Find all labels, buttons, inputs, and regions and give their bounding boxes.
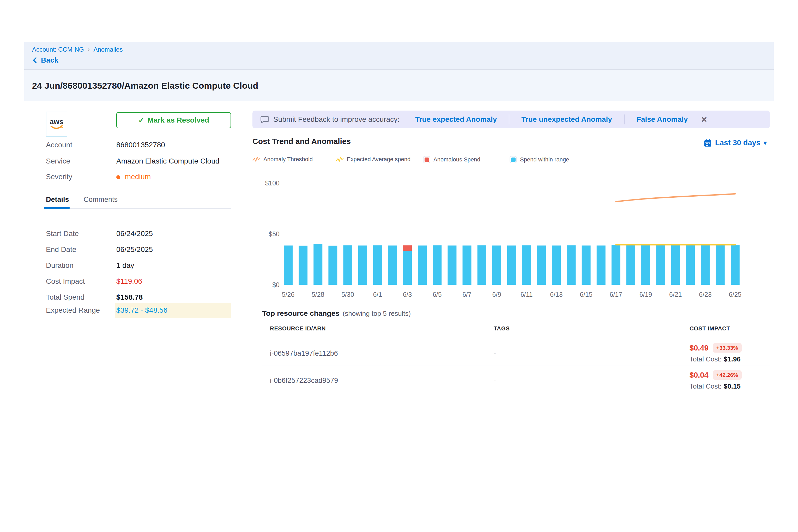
chevron-down-icon: ▾ [764, 139, 767, 147]
svg-text:6/15: 6/15 [580, 291, 592, 298]
back-button[interactable]: Back [32, 56, 766, 64]
chevron-left-icon [32, 56, 38, 64]
tab-divider [44, 208, 231, 209]
feedback-prompt: Submit Feedback to improve accuracy: [273, 115, 400, 124]
cost-impact-label: Cost Impact [46, 277, 116, 286]
page-title: 24 Jun/868001352780/Amazon Elastic Compu… [32, 81, 258, 91]
duration-value: 1 day [116, 261, 134, 270]
total-cost-label: Total Cost: [689, 382, 722, 390]
mark-as-resolved-button[interactable]: ✓ Mark as Resolved [116, 112, 231, 128]
expected-range-label: Expected Range [46, 306, 116, 315]
end-date-value: 06/25/2025 [116, 245, 153, 254]
tab-comments[interactable]: Comments [84, 195, 118, 205]
column-tags: TAGS [494, 325, 510, 332]
table-row-resource-id[interactable]: i-0b6f257223cad9579 [270, 377, 338, 385]
svg-text:6/11: 6/11 [520, 291, 533, 298]
detail-row-total-spend: Total Spend $158.78 [46, 292, 142, 303]
duration-label: Duration [46, 261, 116, 270]
field-row-service: Service Amazon Elastic Compute Cloud [46, 156, 219, 166]
calendar-icon [704, 139, 712, 147]
legend-spend-within-range: Spend within range [510, 156, 569, 163]
provider-logo-card: aws [46, 112, 67, 137]
feedback-divider [509, 114, 509, 125]
table-row-total-cost: Total Cost:$1.96 [689, 355, 741, 363]
legend-anomaly-threshold: Anomaly Threshold [252, 156, 313, 163]
pulse-line-icon [252, 156, 260, 163]
account-label: Account [46, 141, 116, 149]
breadcrumb-account-link[interactable]: Account: CCM-NG [32, 46, 84, 53]
field-row-account: Account 868001352780 [46, 140, 165, 150]
check-icon: ✓ [138, 116, 144, 125]
total-spend-value: $158.78 [116, 293, 142, 302]
legend-expected-average: Expected Average spend [336, 156, 411, 163]
svg-text:6/7: 6/7 [462, 291, 472, 298]
change-percent-badge: +33.33% [713, 343, 742, 353]
chart-title: Cost Trend and Anomalies [252, 137, 351, 146]
feedback-true-unexpected-button[interactable]: True unexpected Anomaly [521, 115, 612, 124]
feedback-false-anomaly-button[interactable]: False Anomaly [636, 115, 688, 124]
svg-text:$0: $0 [272, 281, 280, 288]
title-strip: 24 Jun/868001352780/Amazon Elastic Compu… [24, 70, 774, 101]
legend-label: Anomaly Threshold [263, 156, 313, 163]
detail-tabs: Details Comments [46, 195, 118, 205]
cost-impact-amount: $0.04 [689, 371, 708, 379]
severity-label: Severity [46, 173, 116, 181]
total-cost-value: $1.96 [724, 355, 741, 363]
column-cost-impact: COST IMPACT [689, 325, 730, 332]
total-cost-value: $0.15 [724, 382, 741, 390]
active-tab-underline [44, 207, 70, 209]
date-range-picker[interactable]: Last 30 days ▾ [704, 138, 767, 147]
svg-text:5/30: 5/30 [341, 291, 354, 298]
speech-bubble-icon [260, 116, 269, 124]
legend-label: Anomalous Spend [433, 156, 480, 163]
aws-logo-icon: aws [48, 117, 65, 131]
svg-text:6/25: 6/25 [729, 291, 742, 298]
detail-row-duration: Duration 1 day [46, 260, 134, 271]
breadcrumb: Account: CCM-NG › Anomalies [32, 45, 766, 54]
detail-row-cost-impact: Cost Impact $119.06 [46, 276, 142, 287]
resolve-button-label: Mark as Resolved [147, 116, 209, 125]
date-range-label: Last 30 days [715, 138, 760, 147]
legend-label: Expected Average spend [347, 156, 411, 163]
table-divider [262, 338, 770, 338]
svg-text:$100: $100 [265, 179, 280, 187]
svg-text:5/28: 5/28 [312, 291, 324, 298]
service-label: Service [46, 157, 116, 165]
detail-row-expected-range: Expected Range $39.72 - $48.56 [46, 305, 167, 316]
table-row-cost-impact: $0.49 +33.33% [689, 343, 742, 353]
column-resource-id: RESOURCE ID/ARN [270, 325, 326, 332]
resource-table-subtitle: (showing top 5 results) [343, 309, 411, 318]
total-spend-label: Total Spend [46, 293, 116, 302]
svg-text:6/9: 6/9 [492, 291, 501, 298]
table-row-tags: - [494, 377, 496, 385]
table-row-total-cost: Total Cost:$0.15 [689, 382, 741, 391]
field-row-severity: Severity medium [46, 172, 151, 182]
back-label: Back [41, 56, 58, 64]
cost-trend-chart[interactable]: $0$50$1005/265/285/306/16/36/56/76/96/11… [252, 176, 772, 307]
svg-text:5/26: 5/26 [282, 291, 295, 298]
legend-label: Spend within range [520, 156, 569, 163]
account-value: 868001352780 [116, 141, 165, 149]
feedback-bar: Submit Feedback to improve accuracy: Tru… [252, 111, 770, 128]
breadcrumb-anomalies-link[interactable]: Anomalies [93, 46, 122, 53]
table-row-resource-id[interactable]: i-06597ba197fe112b6 [270, 349, 338, 358]
tab-details[interactable]: Details [46, 195, 69, 205]
panel-divider [243, 104, 243, 404]
feedback-close-icon[interactable]: ✕ [701, 115, 707, 124]
resource-table-title: Top resource changes [262, 309, 340, 318]
pulse-line-icon [336, 156, 344, 163]
severity-text: medium [125, 173, 151, 181]
anomaly-details-page: Account: CCM-NG › Anomalies Back 24 Jun/… [0, 0, 798, 532]
severity-value: medium [116, 173, 151, 181]
svg-text:$50: $50 [269, 230, 280, 238]
severity-dot-icon [116, 175, 120, 179]
svg-text:6/1: 6/1 [373, 291, 382, 298]
svg-text:6/21: 6/21 [669, 291, 682, 298]
table-row-tags: - [494, 349, 496, 358]
feedback-true-expected-button[interactable]: True expected Anomaly [415, 115, 497, 124]
table-row-cost-impact: $0.04 +42.26% [689, 370, 742, 380]
svg-text:6/17: 6/17 [610, 291, 623, 298]
total-cost-label: Total Cost: [689, 355, 722, 363]
end-date-label: End Date [46, 245, 116, 254]
svg-text:6/3: 6/3 [403, 291, 412, 298]
